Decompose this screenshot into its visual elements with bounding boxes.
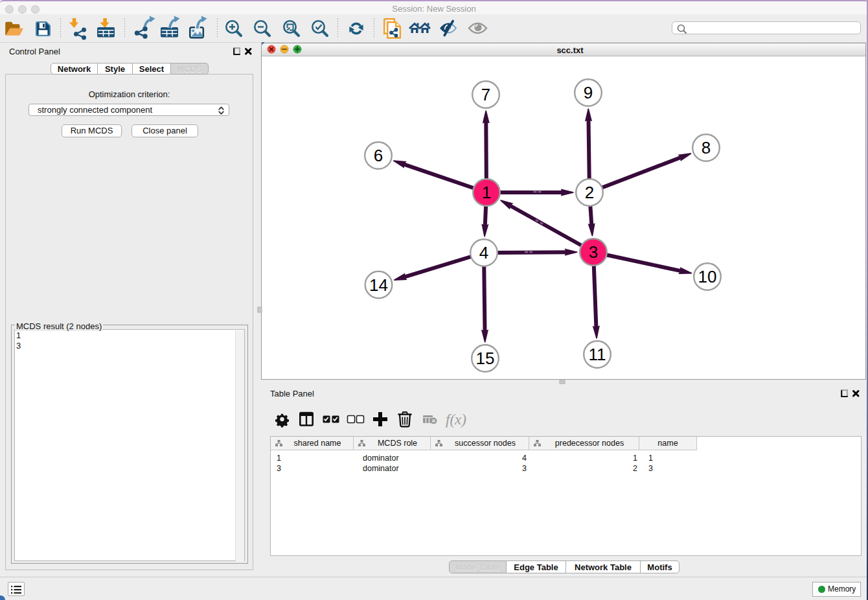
svg-text:3: 3 xyxy=(589,242,598,262)
svg-text:f(x): f(x) xyxy=(446,411,466,428)
svg-text:14: 14 xyxy=(369,275,388,295)
svg-text:7: 7 xyxy=(481,85,490,104)
svg-text:9: 9 xyxy=(584,83,593,102)
svg-text:4: 4 xyxy=(479,243,488,262)
svg-text:8: 8 xyxy=(702,138,711,157)
svg-text:1: 1 xyxy=(482,183,491,202)
svg-text:15: 15 xyxy=(476,349,495,368)
svg-text:11: 11 xyxy=(589,345,606,364)
svg-text:2: 2 xyxy=(585,183,594,202)
svg-text:10: 10 xyxy=(698,267,717,286)
svg-text:6: 6 xyxy=(374,146,383,165)
